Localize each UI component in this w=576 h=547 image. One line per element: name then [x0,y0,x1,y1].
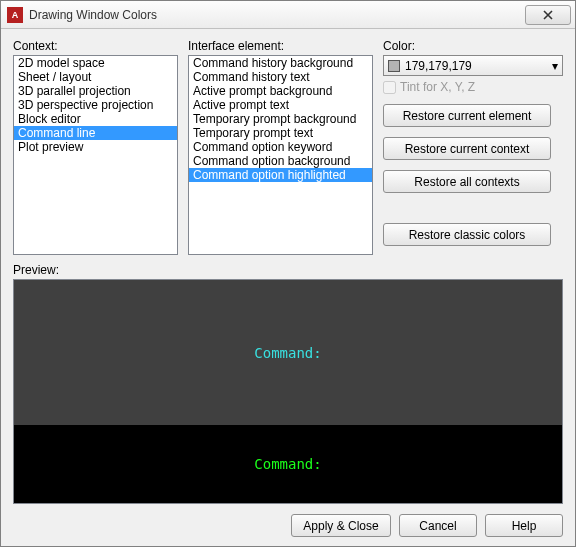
element-item[interactable]: Command option highlighted [189,168,372,182]
dialog-footer: Apply & Close Cancel Help [13,514,563,537]
context-item[interactable]: Block editor [14,112,177,126]
element-item[interactable]: Command history text [189,70,372,84]
preview-history-text: Command: [254,345,321,361]
dropdown-arrow-icon: ▾ [552,59,558,73]
close-icon [543,10,553,20]
color-label: Color: [383,39,563,53]
preview-prompt-area: Command: [14,425,562,503]
window-title: Drawing Window Colors [29,8,525,22]
element-item[interactable]: Command option keyword [189,140,372,154]
restore-context-button[interactable]: Restore current context [383,137,551,160]
close-button[interactable] [525,5,571,25]
context-label: Context: [13,39,178,53]
context-item[interactable]: 3D parallel projection [14,84,177,98]
preview-panel: Command: Command: [13,279,563,504]
element-item[interactable]: Active prompt text [189,98,372,112]
context-item[interactable]: Sheet / layout [14,70,177,84]
tint-checkbox [383,81,396,94]
preview-history-area: Command: [14,280,562,425]
color-dropdown[interactable]: 179,179,179 ▾ [383,55,563,76]
context-item[interactable]: 3D perspective projection [14,98,177,112]
context-item[interactable]: Command line [14,126,177,140]
element-item[interactable]: Command history background [189,56,372,70]
tint-label: Tint for X, Y, Z [400,80,475,94]
element-item[interactable]: Active prompt background [189,84,372,98]
element-listbox[interactable]: Command history backgroundCommand histor… [188,55,373,255]
context-item[interactable]: Plot preview [14,140,177,154]
color-swatch-icon [388,60,400,72]
preview-prompt-text: Command: [254,456,321,472]
context-listbox[interactable]: 2D model spaceSheet / layout3D parallel … [13,55,178,255]
preview-label: Preview: [13,263,563,277]
tint-row: Tint for X, Y, Z [383,80,563,94]
element-item[interactable]: Temporary prompt text [189,126,372,140]
apply-close-button[interactable]: Apply & Close [291,514,391,537]
element-item[interactable]: Temporary prompt background [189,112,372,126]
color-value: 179,179,179 [405,59,472,73]
restore-classic-button[interactable]: Restore classic colors [383,223,551,246]
element-label: Interface element: [188,39,373,53]
element-item[interactable]: Command option background [189,154,372,168]
cancel-button[interactable]: Cancel [399,514,477,537]
dialog-content: Context: 2D model spaceSheet / layout3D … [1,29,575,546]
app-icon: A [7,7,23,23]
titlebar: A Drawing Window Colors [1,1,575,29]
restore-all-button[interactable]: Restore all contexts [383,170,551,193]
help-button[interactable]: Help [485,514,563,537]
restore-element-button[interactable]: Restore current element [383,104,551,127]
context-item[interactable]: 2D model space [14,56,177,70]
